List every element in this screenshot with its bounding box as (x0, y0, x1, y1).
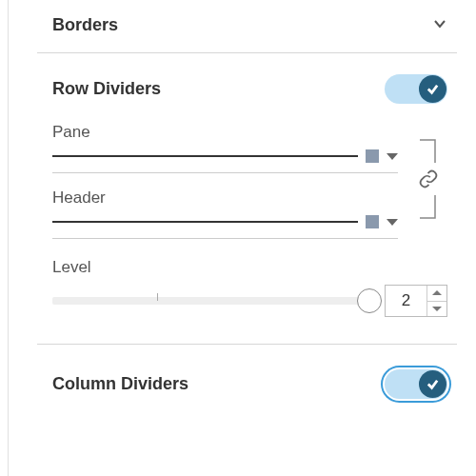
pane-line-block: Pane (52, 123, 398, 173)
pane-label: Pane (52, 123, 398, 142)
bracket-bottom-icon (418, 195, 439, 220)
stepper-up-button[interactable] (427, 286, 446, 302)
pane-color-swatch[interactable] (366, 149, 379, 163)
link-bracket (409, 123, 447, 220)
level-value[interactable]: 2 (386, 286, 427, 316)
level-block: Level 2 (52, 258, 447, 317)
row-dividers-group: Row Dividers Pane Header (37, 53, 457, 345)
row-dividers-toggle[interactable] (385, 74, 447, 104)
column-dividers-group: Column Dividers (37, 345, 457, 399)
toggle-knob (419, 75, 446, 103)
column-dividers-title: Column Dividers (52, 374, 188, 394)
header-line-control[interactable] (52, 215, 398, 239)
header-label: Header (52, 188, 398, 208)
pane-line-control[interactable] (52, 149, 398, 173)
header-line-block: Header (52, 188, 398, 239)
caret-down-icon[interactable] (387, 153, 398, 160)
row-dividers-title: Row Dividers (52, 79, 161, 99)
level-slider[interactable] (52, 288, 369, 314)
slider-thumb[interactable] (357, 288, 382, 313)
borders-section-header[interactable]: Borders (37, 0, 457, 53)
caret-up-icon (432, 290, 442, 295)
borders-title: Borders (52, 15, 118, 35)
toggle-knob (419, 370, 446, 398)
format-panel: Borders Row Dividers Pane (8, 0, 476, 476)
level-label: Level (52, 258, 447, 277)
caret-down-icon[interactable] (387, 219, 398, 226)
header-color-swatch[interactable] (366, 215, 379, 228)
column-dividers-toggle[interactable] (385, 369, 447, 399)
bracket-top-icon (418, 138, 439, 163)
chevron-down-icon (432, 16, 447, 35)
header-line-preview (52, 221, 358, 223)
stepper-down-button[interactable] (427, 302, 446, 317)
caret-down-icon (432, 307, 442, 311)
level-stepper[interactable]: 2 (385, 285, 447, 317)
pane-line-preview (52, 155, 358, 157)
link-icon[interactable] (418, 169, 439, 189)
